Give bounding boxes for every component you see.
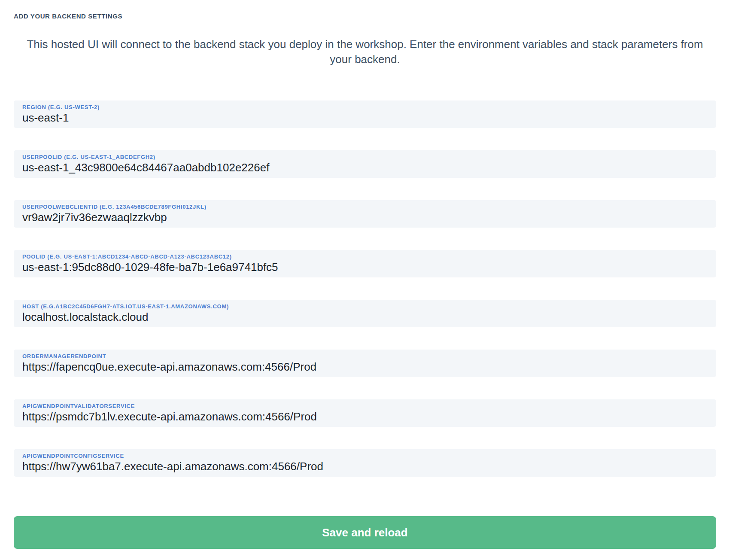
field-userpoolwebclientid-label: USERPOOLWEBCLIENTID (E.G. 123A456BCDE789… xyxy=(22,204,708,210)
backend-settings-page: ADD YOUR BACKEND SETTINGS This hosted UI… xyxy=(0,0,729,560)
field-region-input[interactable] xyxy=(22,111,708,124)
field-userpoolwebclientid[interactable]: USERPOOLWEBCLIENTID (E.G. 123A456BCDE789… xyxy=(14,200,716,228)
field-poolid[interactable]: POOLID (E.G. US-EAST-1:ABCD1234-ABCD-ABC… xyxy=(14,250,716,277)
field-apigwendpointvalidatorservice[interactable]: APIGWENDPOINTVALIDATORSERVICE xyxy=(14,399,716,427)
field-poolid-label: POOLID (E.G. US-EAST-1:ABCD1234-ABCD-ABC… xyxy=(22,253,708,260)
field-userpoolid-label: USERPOOLID (E.G. US-EAST-1_ABCDEFGH2) xyxy=(22,154,708,161)
field-host-label: HOST (E.G.A1BC2C45D6FGH7-ATS.IOT.US-EAST… xyxy=(22,303,708,310)
field-region-label: REGION (E.G. US-WEST-2) xyxy=(22,104,708,111)
field-ordermanagerendpoint-label: ORDERMANAGERENDPOINT xyxy=(22,353,708,360)
field-ordermanagerendpoint-input[interactable] xyxy=(22,360,708,373)
field-userpoolid[interactable]: USERPOOLID (E.G. US-EAST-1_ABCDEFGH2) xyxy=(14,150,716,178)
field-userpoolid-input[interactable] xyxy=(22,161,708,174)
field-userpoolwebclientid-input[interactable] xyxy=(22,211,708,224)
save-and-reload-button[interactable]: Save and reload xyxy=(14,516,716,549)
field-host-input[interactable] xyxy=(22,310,708,323)
field-apigwendpointconfigservice-label: APIGWENDPOINTCONFIGSERVICE xyxy=(22,453,708,460)
page-description: This hosted UI will connect to the backe… xyxy=(14,37,716,67)
field-apigwendpointvalidatorservice-label: APIGWENDPOINTVALIDATORSERVICE xyxy=(22,403,708,410)
page-title: ADD YOUR BACKEND SETTINGS xyxy=(14,12,716,21)
field-ordermanagerendpoint[interactable]: ORDERMANAGERENDPOINT xyxy=(14,350,716,377)
field-region[interactable]: REGION (E.G. US-WEST-2) xyxy=(14,100,716,128)
field-apigwendpointconfigservice-input[interactable] xyxy=(22,460,708,473)
field-poolid-input[interactable] xyxy=(22,261,708,274)
field-apigwendpointvalidatorservice-input[interactable] xyxy=(22,410,708,423)
field-host[interactable]: HOST (E.G.A1BC2C45D6FGH7-ATS.IOT.US-EAST… xyxy=(14,300,716,327)
field-apigwendpointconfigservice[interactable]: APIGWENDPOINTCONFIGSERVICE xyxy=(14,449,716,477)
settings-form: REGION (E.G. US-WEST-2) USERPOOLID (E.G.… xyxy=(14,100,716,477)
